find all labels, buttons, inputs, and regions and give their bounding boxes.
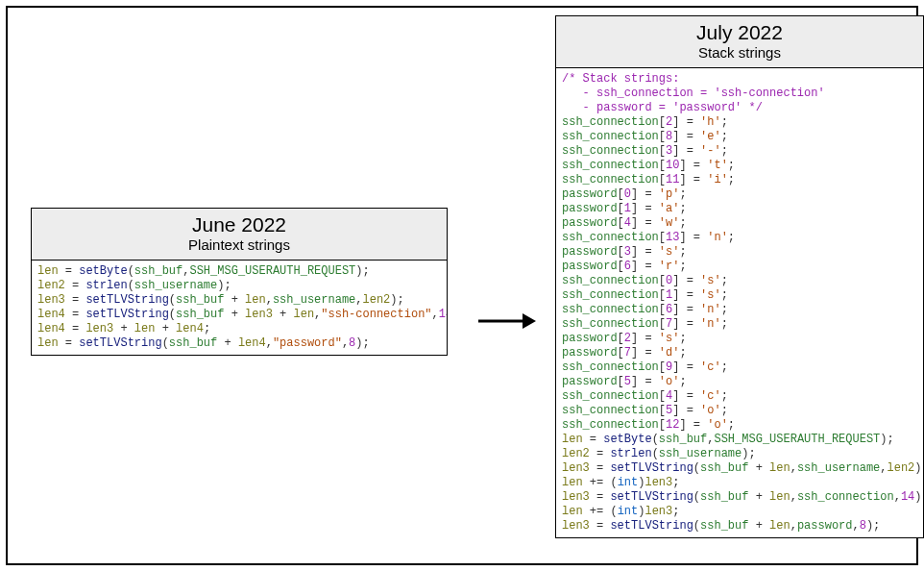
code-token: ] =	[672, 389, 700, 403]
code-token: +	[273, 308, 294, 321]
code-token: len	[562, 476, 583, 489]
code-token: ssh_buf	[700, 461, 748, 475]
code-token: password	[562, 346, 618, 360]
diagram-frame: June 2022 Plaintext strings len = setByt…	[6, 6, 918, 565]
code-token: setTLVString	[610, 519, 693, 533]
code-token: [	[659, 360, 666, 374]
code-token: 'n'	[707, 231, 728, 244]
code-token: ;	[721, 303, 728, 316]
code-token: len	[769, 461, 790, 475]
code-token: +	[217, 336, 238, 350]
code-token: len	[37, 264, 59, 278]
code-token: );	[742, 447, 755, 460]
panel-june-code: len = setByte(ssh_buf,SSH_MSG_USERAUTH_R…	[32, 261, 447, 355]
code-line: ssh_connection[2] = 'h';	[562, 115, 919, 130]
code-line: ssh_connection[12] = 'o';	[562, 418, 919, 433]
code-token: ssh_username	[273, 293, 355, 307]
code-token: );	[914, 490, 923, 504]
code-token: ;	[204, 322, 210, 335]
code-token: ;	[672, 505, 679, 518]
code-token: SSH_MSG_USERAUTH_REQUEST	[714, 433, 880, 446]
code-token: len	[294, 308, 315, 321]
code-token: password	[562, 260, 618, 273]
code-token: ;	[679, 187, 686, 201]
code-token: [	[659, 231, 666, 244]
code-line: len3 = setTLVString(ssh_buf + len,ssh_us…	[37, 293, 443, 308]
code-token: 'h'	[700, 115, 721, 129]
code-token: [	[659, 389, 666, 403]
code-token: ssh_connection	[562, 274, 659, 287]
code-token: ,	[790, 519, 797, 533]
code-token: 4	[624, 216, 631, 230]
code-token: ssh_connection	[562, 288, 659, 302]
code-token: ,	[790, 490, 797, 504]
code-token: ssh_connection	[562, 404, 659, 417]
code-token: password	[562, 202, 618, 215]
code-token: setByte	[603, 433, 651, 446]
panel-july: July 2022 Stack strings /* Stack strings…	[555, 15, 924, 538]
panel-june-header: June 2022 Plaintext strings	[32, 209, 447, 261]
code-token: ssh_buf	[169, 336, 217, 350]
code-line: password[6] = 'r';	[562, 260, 919, 274]
code-token: 'i'	[707, 173, 728, 186]
code-line: ssh_connection[9] = 'c';	[562, 360, 919, 375]
code-token: ;	[679, 346, 686, 360]
code-token: 14	[901, 490, 914, 504]
code-token: ssh_connection	[562, 144, 659, 158]
code-token: ;	[672, 476, 679, 489]
code-token: ] =	[631, 332, 659, 345]
code-token: (	[693, 490, 700, 504]
code-line: ssh_connection[10] = 't';	[562, 159, 919, 173]
code-token: +	[748, 461, 769, 475]
code-token: password	[797, 519, 853, 533]
code-token: );	[866, 519, 880, 533]
code-line: len = setByte(ssh_buf,SSH_MSG_USERAUTH_R…	[37, 264, 443, 279]
code-token: [	[618, 202, 624, 215]
code-line: ssh_connection[7] = 'n';	[562, 317, 919, 332]
panel-june-subtitle: Plaintext strings	[37, 236, 441, 254]
code-line: password[4] = 'w';	[562, 216, 919, 231]
code-token: 'c'	[700, 360, 721, 374]
code-token: setTLVString	[610, 461, 693, 475]
code-token: (	[652, 433, 659, 446]
code-token: ] =	[679, 418, 707, 432]
code-token: len4	[176, 322, 204, 335]
code-token: ssh_connection	[562, 303, 659, 316]
code-token: len2	[37, 279, 65, 292]
code-line: ssh_connection[5] = 'o';	[562, 404, 919, 418]
code-token: [	[659, 274, 666, 287]
code-token: [	[659, 288, 666, 302]
code-token: (	[693, 461, 700, 475]
code-token: 'o'	[700, 404, 721, 417]
code-token: "ssh-connection"	[321, 308, 431, 321]
code-token: ssh_buf	[700, 519, 748, 533]
code-token: [	[618, 375, 624, 388]
code-token: ;	[679, 260, 686, 273]
code-token: ;	[679, 245, 686, 259]
code-line: password[7] = 'd';	[562, 346, 919, 360]
code-token: 0	[624, 187, 631, 201]
code-token: ,	[266, 336, 273, 350]
code-line: len2 = strlen(ssh_username);	[562, 447, 919, 461]
code-token: ] =	[672, 317, 700, 331]
code-token: - ssh_connection = 'ssh-connection'	[562, 87, 825, 100]
code-token: 13	[666, 231, 679, 244]
code-line: ssh_connection[0] = 's';	[562, 274, 919, 288]
code-token: ,	[853, 519, 860, 533]
code-token: setTLVString	[85, 293, 168, 307]
code-token: len	[245, 293, 266, 307]
code-token: 'r'	[659, 260, 680, 273]
code-line: len3 = setTLVString(ssh_buf + len,passwo…	[562, 519, 919, 534]
code-token: ssh_username	[797, 461, 880, 475]
code-token: ;	[721, 404, 728, 417]
code-token: =	[583, 433, 604, 446]
code-token: [	[659, 144, 666, 158]
code-token: +	[113, 322, 134, 335]
code-token: 'p'	[659, 187, 680, 201]
code-token: ;	[721, 144, 728, 158]
code-line: ssh_connection[11] = 'i';	[562, 173, 919, 187]
code-token: ] =	[672, 274, 700, 287]
code-token: password	[562, 332, 618, 345]
code-line: password[5] = 'o';	[562, 375, 919, 389]
code-line: len += (int)len3;	[562, 505, 919, 519]
